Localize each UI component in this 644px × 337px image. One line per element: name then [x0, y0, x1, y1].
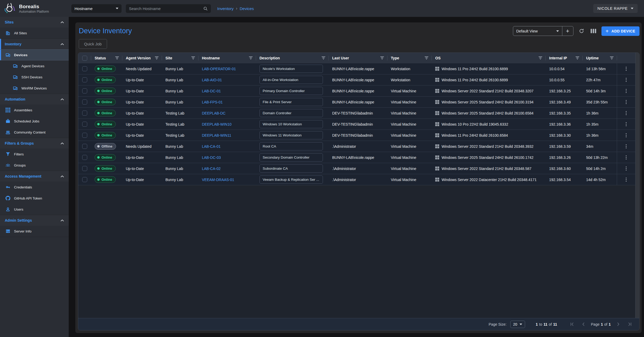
- column-header-status[interactable]: Status: [91, 53, 122, 63]
- sidebar-section-sites[interactable]: Sites: [0, 17, 69, 27]
- vertical-scrollbar[interactable]: [635, 53, 639, 318]
- table-row[interactable]: Online Up-to-Date Bunny Lab LAB-AIO-01 A…: [78, 74, 635, 86]
- filter-icon[interactable]: [539, 56, 542, 60]
- sidebar-section-inventory[interactable]: Inventory: [0, 39, 69, 49]
- column-header-uptime[interactable]: Uptime: [582, 53, 617, 63]
- sidebar-item-all-sites[interactable]: All Sites: [0, 27, 69, 39]
- row-menu-button[interactable]: [624, 121, 629, 127]
- row-checkbox[interactable]: [82, 133, 87, 138]
- hostname-link[interactable]: LAB-OPERATOR-01: [202, 67, 236, 71]
- row-checkbox[interactable]: [82, 155, 87, 160]
- sidebar-item-server-info[interactable]: Server Info: [0, 226, 69, 237]
- sidebar-section-admin-settings[interactable]: Admin Settings: [0, 215, 69, 226]
- sidebar-item-devices[interactable]: Devices: [0, 49, 69, 60]
- add-view-button[interactable]: +: [562, 26, 573, 36]
- filter-icon[interactable]: [155, 56, 159, 60]
- hostname-link[interactable]: LAB-CA-02: [202, 167, 221, 171]
- row-menu-button[interactable]: [624, 110, 629, 116]
- sidebar-item-users[interactable]: Users: [0, 204, 69, 215]
- table-row[interactable]: Online Needs Updated Bunny Lab LAB-OPERA…: [78, 63, 635, 74]
- sidebar-item-ssh-devices[interactable]: SSH Devices: [0, 72, 69, 83]
- description-input[interactable]: Windows 10 Workstation: [260, 120, 323, 128]
- row-menu-button[interactable]: [624, 88, 629, 94]
- columns-button[interactable]: [590, 28, 597, 34]
- page-size-select[interactable]: 20: [510, 321, 525, 328]
- table-row[interactable]: Offline Needs Updated Bunny Lab LAB-CA-0…: [78, 141, 635, 152]
- filter-icon[interactable]: [425, 56, 428, 60]
- first-page-button[interactable]: [568, 321, 576, 327]
- row-menu-button[interactable]: [624, 66, 629, 72]
- column-header-hostname[interactable]: Hostname: [198, 53, 256, 63]
- hostname-link[interactable]: DEEPLAB-DC: [202, 111, 225, 115]
- row-menu-button[interactable]: [624, 99, 629, 105]
- filter-icon[interactable]: [380, 56, 384, 60]
- column-header-agent-version[interactable]: Agent Version: [122, 53, 162, 63]
- previous-page-button[interactable]: [580, 321, 587, 327]
- row-menu-button[interactable]: [624, 177, 629, 183]
- sidebar-item-scheduled-jobs[interactable]: Scheduled Jobs: [0, 116, 69, 127]
- description-input[interactable]: Veeam Backup & Replication Ser ...: [260, 175, 323, 184]
- row-checkbox[interactable]: [82, 144, 87, 149]
- description-input[interactable]: Root CA: [260, 142, 323, 150]
- table-row[interactable]: Online Up-to-Date Testing Lab DEEPLAB-WI…: [78, 119, 635, 130]
- sidebar-item-filters[interactable]: Filters: [0, 149, 69, 160]
- column-header-last-user[interactable]: Last User: [328, 53, 387, 63]
- sidebar-item-github-api-token[interactable]: GitHub API Token: [0, 193, 69, 204]
- sidebar-item-assemblies[interactable]: Assemblies: [0, 105, 69, 116]
- refresh-button[interactable]: [578, 27, 585, 35]
- row-checkbox[interactable]: [82, 88, 87, 93]
- sidebar-item-credentials[interactable]: Credentials: [0, 182, 69, 193]
- hostname-link[interactable]: DEEPLAB-WIN10: [202, 122, 231, 126]
- description-input[interactable]: Nicole's Workstation: [260, 65, 323, 73]
- breadcrumb-inventory[interactable]: Inventory: [217, 6, 234, 11]
- user-menu-button[interactable]: NICOLE RAPPE: [593, 4, 638, 13]
- row-menu-button[interactable]: [624, 77, 629, 83]
- filter-icon[interactable]: [322, 56, 325, 60]
- breadcrumb-devices[interactable]: Devices: [240, 6, 254, 11]
- quick-job-button[interactable]: Quick Job: [79, 39, 107, 49]
- table-row[interactable]: Online Up-to-Date Testing Lab DEEPLAB-DC…: [78, 108, 635, 119]
- filter-icon[interactable]: [115, 56, 119, 60]
- table-row[interactable]: Online Up-to-Date Bunny Lab LAB-DC-01 Pr…: [78, 86, 635, 97]
- filter-icon[interactable]: [249, 56, 253, 60]
- row-checkbox[interactable]: [82, 99, 87, 105]
- row-checkbox[interactable]: [82, 122, 87, 127]
- search-input[interactable]: Search Hostname: [126, 4, 211, 13]
- hostname-link[interactable]: LAB-FPS-01: [202, 100, 223, 104]
- filter-icon[interactable]: [191, 56, 195, 60]
- description-input[interactable]: File & Print Server: [260, 98, 323, 106]
- table-row[interactable]: Online Up-to-Date Testing Lab DEEPLAB-WI…: [78, 130, 635, 141]
- description-input[interactable]: Domain Controller: [260, 109, 323, 117]
- row-menu-button[interactable]: [624, 143, 629, 150]
- sidebar-item-winrm-devices[interactable]: WinRM Devices: [0, 83, 69, 94]
- row-checkbox[interactable]: [82, 111, 87, 116]
- hostname-link[interactable]: LAB-CA-01: [202, 144, 221, 149]
- view-select[interactable]: Default View: [513, 26, 562, 36]
- next-page-button[interactable]: [614, 321, 622, 327]
- last-page-button[interactable]: [626, 321, 633, 327]
- column-header-description[interactable]: Description: [256, 53, 328, 63]
- description-input[interactable]: Primary Domain Controller: [260, 87, 323, 95]
- filter-icon[interactable]: [576, 56, 579, 60]
- column-header-os[interactable]: OS: [432, 53, 545, 63]
- hostname-link[interactable]: LAB-DC-03: [202, 155, 221, 160]
- sidebar-section-filters-groups[interactable]: Filters & Groups: [0, 138, 69, 149]
- description-input[interactable]: Windows 11 Workstation: [260, 131, 323, 139]
- row-checkbox[interactable]: [82, 166, 87, 171]
- row-checkbox[interactable]: [82, 177, 87, 182]
- column-header-internal-ip[interactable]: Internal IP: [545, 53, 582, 63]
- table-row[interactable]: Online Up-to-Date Bunny Lab LAB-FPS-01 F…: [78, 97, 635, 108]
- description-input[interactable]: All-in-One Workstation: [260, 76, 323, 84]
- table-row[interactable]: Online Up-to-Date Bunny Lab LAB-CA-02 Su…: [78, 163, 635, 174]
- hostname-link[interactable]: LAB-AIO-01: [202, 78, 222, 82]
- row-menu-button[interactable]: [624, 132, 629, 139]
- table-row[interactable]: Online Up-to-Date Bunny Lab VEEAM-DRAAS-…: [78, 174, 635, 185]
- column-header-site[interactable]: Site: [162, 53, 198, 63]
- sidebar-item-groups[interactable]: Groups: [0, 160, 69, 171]
- table-row[interactable]: Online Up-to-Date Bunny Lab LAB-DC-03 Se…: [78, 152, 635, 163]
- row-menu-button[interactable]: [624, 154, 629, 161]
- add-device-button[interactable]: + ADD DEVICE: [601, 26, 640, 36]
- row-checkbox[interactable]: [82, 77, 87, 82]
- hostname-link[interactable]: DEEPLAB-WIN11: [202, 133, 231, 137]
- filter-icon[interactable]: [610, 56, 614, 60]
